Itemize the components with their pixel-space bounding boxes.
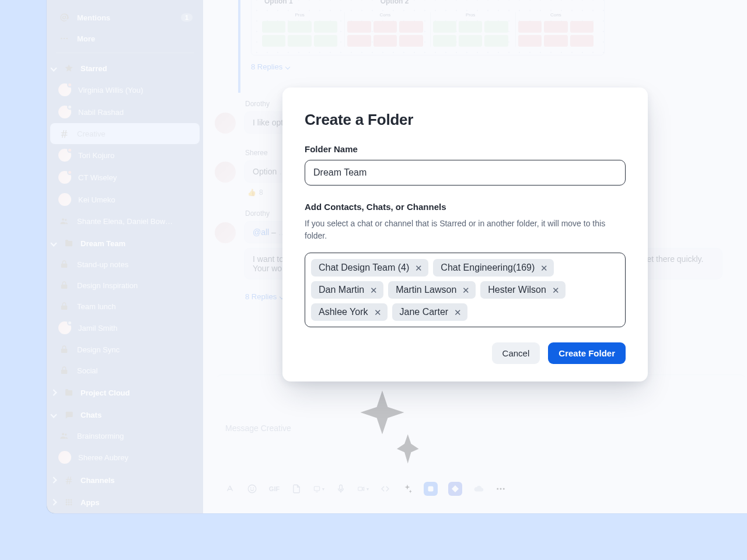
- remove-chip-icon[interactable]: ✕: [374, 308, 382, 317]
- create-folder-button[interactable]: Create Folder: [548, 342, 626, 364]
- modal-title: Create a Folder: [305, 111, 626, 129]
- create-folder-modal: Create a Folder Folder Name Add Contacts…: [282, 88, 648, 382]
- remove-chip-icon[interactable]: ✕: [415, 264, 423, 272]
- chip-label: Martin Lawson: [396, 285, 456, 295]
- member-chip[interactable]: Dan Martin✕: [311, 281, 383, 299]
- remove-chip-icon[interactable]: ✕: [370, 286, 378, 295]
- remove-chip-icon[interactable]: ✕: [540, 264, 548, 272]
- remove-chip-icon[interactable]: ✕: [454, 308, 462, 317]
- member-chip[interactable]: Ashlee York✕: [311, 303, 388, 321]
- folder-name-label: Folder Name: [305, 144, 626, 154]
- member-chip[interactable]: Jane Carter✕: [392, 303, 468, 321]
- remove-chip-icon[interactable]: ✕: [552, 286, 560, 295]
- add-members-label: Add Contacts, Chats, or Channels: [305, 202, 626, 212]
- chip-label: Ashlee York: [319, 307, 368, 317]
- help-text: If you select a chat or channel that is …: [305, 218, 620, 242]
- member-chip[interactable]: Hester Wilson✕: [480, 281, 566, 299]
- chip-label: Chat Design Team (4): [319, 263, 409, 272]
- member-chip[interactable]: Martin Lawson✕: [388, 281, 476, 299]
- chip-label: Chat Engineering(169): [441, 263, 535, 272]
- folder-name-input[interactable]: [305, 160, 626, 186]
- chip-label: Dan Martin: [319, 285, 364, 295]
- members-chips-input[interactable]: Chat Design Team (4)✕Chat Engineering(16…: [305, 253, 626, 327]
- member-chip[interactable]: Chat Design Team (4)✕: [311, 259, 428, 276]
- chip-label: Hester Wilson: [488, 285, 546, 295]
- member-chip[interactable]: Chat Engineering(169)✕: [433, 259, 554, 276]
- chip-label: Jane Carter: [400, 307, 449, 317]
- cancel-button[interactable]: Cancel: [492, 342, 540, 364]
- remove-chip-icon[interactable]: ✕: [462, 286, 470, 295]
